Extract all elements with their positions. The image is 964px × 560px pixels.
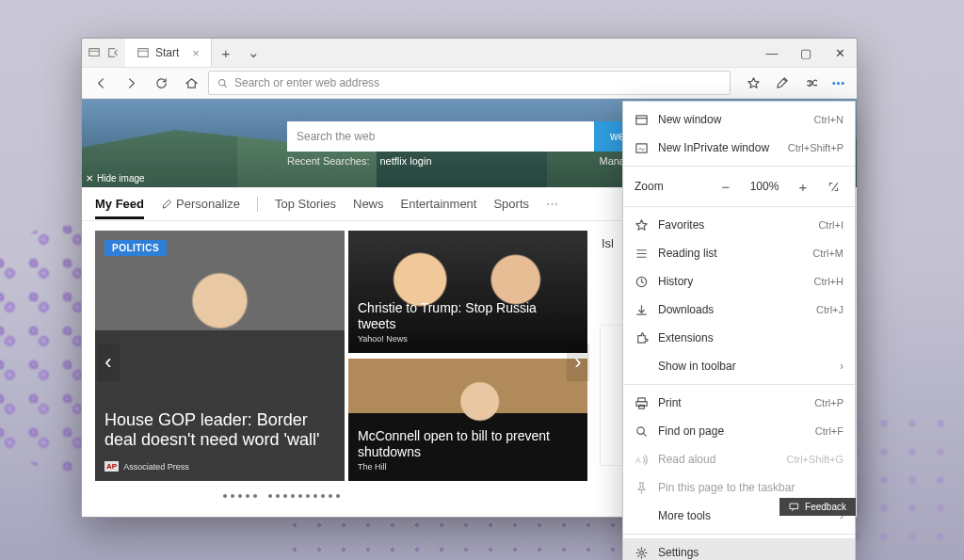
zoom-out-button[interactable]: − bbox=[715, 176, 736, 197]
address-bar[interactable]: Search or enter web address bbox=[208, 71, 731, 95]
recent-search-item[interactable]: netflix login bbox=[380, 155, 432, 167]
feed-tab-entertainment[interactable]: Entertainment bbox=[401, 197, 477, 211]
hide-image-button[interactable]: ✕ Hide image bbox=[86, 173, 145, 184]
tile-3-source: The Hill bbox=[358, 462, 387, 472]
window-close-button[interactable]: ✕ bbox=[823, 39, 857, 67]
navigation-bar: Search or enter web address bbox=[82, 67, 857, 99]
tile-main[interactable]: POLITICS House GOP leader: Border deal d… bbox=[95, 231, 345, 481]
carousel-prev-button[interactable]: ‹ bbox=[97, 344, 120, 381]
download-icon bbox=[635, 303, 649, 317]
tile-main-headline: House GOP leader: Border deal doesn't ne… bbox=[104, 410, 335, 451]
feed-tab-more[interactable]: ⋯ bbox=[546, 197, 558, 211]
feed-tab-top-stories[interactable]: Top Stories bbox=[275, 197, 336, 211]
menu-print[interactable]: Print Ctrl+P bbox=[623, 389, 855, 417]
wallpaper-lilac-right bbox=[842, 409, 964, 560]
home-button[interactable] bbox=[178, 70, 204, 96]
back-button[interactable] bbox=[88, 70, 114, 96]
edge-browser-window: Start × + ⌄ — ▢ ✕ Search or enter web ad… bbox=[81, 38, 858, 518]
ap-logo-icon: AP bbox=[104, 461, 119, 472]
tile-3-headline: McConnell open to bill to prevent shutdo… bbox=[358, 428, 578, 460]
menu-zoom-row: Zoom − 100% + bbox=[623, 170, 855, 202]
menu-show-in-toolbar[interactable]: Show in toolbar › bbox=[623, 352, 855, 380]
inprivate-icon bbox=[635, 141, 649, 155]
menu-separator bbox=[623, 534, 855, 535]
more-menu-button[interactable] bbox=[825, 70, 851, 96]
share-button[interactable] bbox=[796, 70, 823, 96]
svg-rect-2 bbox=[138, 49, 149, 57]
menu-new-window[interactable]: New window Ctrl+N bbox=[623, 105, 855, 134]
add-favorite-button[interactable] bbox=[740, 70, 766, 96]
print-icon bbox=[635, 396, 649, 410]
tile-main-source: AP Associated Press bbox=[104, 461, 189, 472]
tile-secondary-1[interactable]: Christie to Trump: Stop Russia tweets Ya… bbox=[348, 231, 587, 353]
menu-history[interactable]: History Ctrl+H bbox=[623, 267, 855, 296]
svg-point-6 bbox=[832, 82, 834, 84]
gear-icon bbox=[635, 546, 649, 560]
more-menu-dropdown: New window Ctrl+N New InPrivate window C… bbox=[622, 101, 856, 560]
forward-button[interactable] bbox=[118, 70, 144, 96]
zoom-label: Zoom bbox=[635, 180, 706, 193]
browser-tab[interactable]: Start × bbox=[125, 39, 212, 67]
titlebar-left-icons bbox=[82, 39, 125, 67]
fullscreen-button[interactable] bbox=[823, 176, 844, 197]
menu-downloads[interactable]: Downloads Ctrl+J bbox=[623, 296, 855, 324]
svg-point-22 bbox=[640, 551, 644, 554]
menu-extensions[interactable]: Extensions bbox=[623, 324, 855, 352]
tile-category-badge: POLITICS bbox=[104, 240, 167, 256]
carousel-dots bbox=[223, 494, 340, 498]
new-tab-button[interactable]: + bbox=[212, 39, 240, 67]
svg-rect-24 bbox=[790, 504, 797, 509]
menu-separator bbox=[623, 166, 855, 167]
menu-separator bbox=[623, 384, 855, 385]
svg-text:A: A bbox=[635, 456, 641, 465]
read-aloud-icon: A bbox=[635, 453, 649, 467]
feed-nav-separator bbox=[257, 197, 258, 212]
svg-rect-0 bbox=[89, 49, 100, 56]
hero-manage-link[interactable]: Mana bbox=[599, 155, 625, 167]
menu-separator bbox=[623, 206, 855, 207]
feed-tab-news[interactable]: News bbox=[353, 197, 384, 211]
web-search-wrap: Search the web web bbox=[287, 121, 647, 152]
tab-preview-icon[interactable] bbox=[88, 46, 101, 59]
feed-tab-sports[interactable]: Sports bbox=[493, 197, 529, 211]
reading-list-icon bbox=[635, 247, 649, 261]
svg-line-20 bbox=[643, 433, 646, 436]
svg-rect-9 bbox=[636, 115, 647, 123]
blank-icon bbox=[635, 360, 649, 374]
refresh-button[interactable] bbox=[148, 70, 174, 96]
tile-2-source: Yahoo! News bbox=[358, 334, 408, 344]
menu-reading-list[interactable]: Reading list Ctrl+M bbox=[623, 239, 855, 267]
feed-tab-myfeed[interactable]: My Feed bbox=[95, 197, 144, 219]
feedback-button[interactable]: Feedback bbox=[779, 498, 856, 516]
zoom-in-button[interactable]: + bbox=[793, 176, 813, 197]
set-aside-tabs-icon[interactable] bbox=[106, 46, 120, 59]
zoom-value: 100% bbox=[746, 180, 783, 193]
close-icon: ✕ bbox=[86, 173, 93, 184]
tab-close-button[interactable]: × bbox=[192, 46, 200, 60]
svg-rect-18 bbox=[639, 405, 645, 408]
window-maximize-button[interactable]: ▢ bbox=[789, 39, 823, 67]
carousel-next-button[interactable]: › bbox=[567, 344, 589, 381]
menu-new-inprivate-window[interactable]: New InPrivate window Ctrl+Shift+P bbox=[623, 134, 855, 162]
window-minimize-button[interactable]: — bbox=[755, 39, 789, 67]
star-icon bbox=[635, 218, 649, 232]
menu-favorites[interactable]: Favorites Ctrl+I bbox=[623, 211, 855, 239]
svg-point-7 bbox=[837, 82, 839, 84]
pencil-icon bbox=[161, 199, 172, 210]
menu-find-on-page[interactable]: Find on page Ctrl+F bbox=[623, 417, 855, 445]
feed-tab-personalize[interactable]: Personalize bbox=[161, 197, 240, 211]
chevron-right-icon: › bbox=[840, 360, 844, 373]
web-search-input[interactable]: Search the web bbox=[287, 121, 594, 152]
tile-2-headline: Christie to Trump: Stop Russia tweets bbox=[358, 300, 578, 332]
svg-point-8 bbox=[842, 82, 844, 84]
tab-favicon-icon bbox=[137, 46, 150, 59]
feedback-icon bbox=[789, 502, 799, 512]
titlebar-drag-region[interactable] bbox=[268, 39, 755, 67]
extensions-icon bbox=[635, 331, 649, 345]
menu-settings[interactable]: Settings bbox=[623, 538, 855, 560]
tile-secondary-2[interactable]: McConnell open to bill to prevent shutdo… bbox=[348, 359, 587, 481]
menu-read-aloud: A Read aloud Ctrl+Shift+G bbox=[623, 445, 855, 473]
tabs-chevron-button[interactable]: ⌄ bbox=[240, 39, 268, 67]
address-placeholder: Search or enter web address bbox=[234, 76, 379, 89]
add-notes-button[interactable] bbox=[768, 70, 795, 96]
